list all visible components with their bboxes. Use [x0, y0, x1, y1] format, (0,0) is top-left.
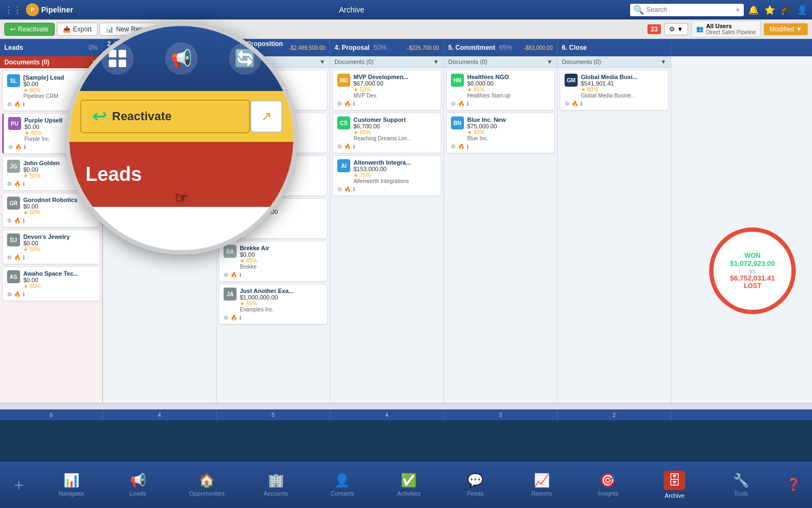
- col4-docs-label: Documents (0): [335, 58, 374, 65]
- contacts-icon: 👤: [334, 473, 350, 488]
- col3-amount: -$2,499,500.00: [289, 45, 325, 51]
- card-name: MVP Developmen...: [353, 74, 408, 80]
- leads-col-name: Leads: [4, 44, 23, 51]
- col5-cards: HN Healthies NGO $8,000.00 ★ 85% Healthi…: [444, 68, 557, 155]
- insights-icon: 🎯: [600, 473, 616, 488]
- card-company: Healthies Start-up: [467, 93, 510, 99]
- magnify-reactivate-area[interactable]: ↩ Reactivate ↗: [69, 91, 293, 142]
- card-mvp[interactable]: MD MVP Developmen... $67,000.00 ★ 50% MV…: [332, 70, 441, 110]
- card-amount: $153,000.00: [353, 166, 411, 172]
- card-customer-support[interactable]: CS Customer Support $6,700.00 ★ 65% Reac…: [332, 113, 441, 153]
- card-amount: $1,000,000.00: [240, 294, 293, 301]
- won-amount: $1,072,923.00: [730, 259, 775, 268]
- export-icon: 📤: [63, 25, 71, 33]
- card-amount: $75,000.00: [467, 123, 506, 129]
- col3-docs-chevron[interactable]: ▼: [319, 58, 325, 65]
- help-button[interactable]: ❓: [786, 478, 801, 492]
- card-amount: $0.00: [23, 81, 64, 87]
- col-header-4: 4. Proposal 50% -$226,700.00: [330, 39, 444, 56]
- col6-docs-label: Documents (0): [562, 58, 601, 65]
- action-bar-right: 23 ⚙ ▼ 👥 All Users Direct Sales Pipeline…: [647, 21, 808, 37]
- reports-icon: 📈: [534, 473, 550, 488]
- filter-icon: ⚙: [669, 25, 675, 33]
- nav-item-tools[interactable]: 🔧 Tools: [719, 468, 763, 501]
- export-label: Export: [73, 25, 92, 33]
- col6-docs-chevron[interactable]: ▼: [660, 58, 666, 65]
- magnify-overlay: 📢 🔄 ↩ Reactivate ↗ Leads ☞: [65, 22, 298, 255]
- card-just-another[interactable]: JA Just Another Exa... $1,000,000.00 ★ 5…: [219, 284, 328, 324]
- lead-card-awaho[interactable]: AS Awaho Space Tec... $0.00 ★ 50% ⚙🔥ℹ: [2, 266, 100, 301]
- nav-item-activities[interactable]: ✅ Activities: [387, 468, 430, 501]
- nav-item-archive[interactable]: 🗄 Archive: [653, 466, 696, 503]
- h-scroll-bar[interactable]: [0, 403, 812, 409]
- card-name: Altenwerth Integra...: [353, 159, 411, 166]
- card-company: Altenwerth Integrations: [353, 178, 411, 184]
- user-filter[interactable]: 👥 All Users Direct Sales Pipeline: [691, 21, 761, 37]
- card-healthies[interactable]: HN Healthies NGO $8,000.00 ★ 85% Healthi…: [446, 70, 555, 110]
- modified-button[interactable]: Modified ▼: [764, 23, 808, 35]
- card-name: Customer Support: [353, 116, 411, 123]
- grid-menu-icon[interactable]: ⋮⋮: [4, 5, 22, 15]
- card-brekke-air-col3[interactable]: BA Brekke Air $0.00 ★ 85% Brekke ⚙🔥ℹ: [219, 241, 328, 282]
- nav-label-navigator: Navigator: [59, 490, 84, 497]
- col6-docs-bar: Documents (0) ▼: [558, 56, 671, 68]
- user-icon[interactable]: 👤: [797, 5, 808, 15]
- nav-label-insights: Insights: [598, 490, 618, 497]
- search-icon: 🔍: [633, 5, 644, 15]
- notification-icon[interactable]: 🔔: [748, 5, 759, 15]
- card-altenwerth[interactable]: AI Altenwerth Integra... $153,000.00 ★ 7…: [332, 155, 441, 196]
- magnify-reactivate-label: Reactivate: [112, 109, 172, 123]
- col5-docs-chevron[interactable]: ▼: [547, 58, 553, 65]
- col5-docs-bar: Documents (0) ▼: [444, 56, 557, 68]
- card-company: Pipeliner CRM: [23, 93, 64, 99]
- logo-text: Pipeliner: [41, 5, 73, 14]
- nav-label-contacts: Contacts: [331, 490, 354, 497]
- card-blue-inc[interactable]: BN Blue Inc. New $75,000.00 ★ 40% Blue I…: [446, 113, 555, 153]
- nav-item-feeds[interactable]: 💬 Feeds: [454, 468, 497, 501]
- count-cell-2: 4: [103, 409, 217, 420]
- card-name: Awaho Space Tec...: [23, 270, 78, 277]
- search-bar[interactable]: 🔍 ▼: [630, 4, 744, 16]
- card-stars: ★ 80%: [24, 130, 62, 136]
- card-name: Blue Inc. New: [467, 116, 506, 123]
- app-logo: P Pipeliner: [26, 3, 73, 16]
- nav-item-accounts[interactable]: 🏢 Accounts: [254, 468, 298, 501]
- leads-col-pct: 0%: [89, 44, 98, 51]
- filter-button[interactable]: ⚙ ▼: [664, 23, 688, 35]
- card-stars: ★ 50%: [353, 87, 408, 93]
- nav-label-activities: Activities: [397, 490, 421, 497]
- col4-docs-chevron[interactable]: ▼: [433, 58, 439, 65]
- col-header-5: 5. Commitment 65% -$83,000.00: [444, 39, 558, 56]
- lead-card-devon[interactable]: DJ Devon's Jewelry $0.00 ★ 50% ⚙🔥ℹ: [2, 230, 100, 264]
- card-amount: $0.00: [23, 203, 77, 210]
- export-button[interactable]: 📤 Export: [57, 23, 98, 36]
- search-input[interactable]: [646, 6, 733, 14]
- col4-docs-bar: Documents (0) ▼: [330, 56, 443, 68]
- hat-icon[interactable]: 🎓: [781, 5, 791, 15]
- card-stars: ★ 50%: [23, 173, 60, 179]
- magnify-reactivate-button[interactable]: ↩ Reactivate: [80, 100, 250, 133]
- nav-item-contacts[interactable]: 👤 Contacts: [320, 468, 364, 501]
- card-company: Purple Inc.: [24, 136, 62, 142]
- search-dropdown-icon[interactable]: ▼: [735, 7, 741, 13]
- reactivate-button[interactable]: ↩ Reactivate: [4, 23, 55, 36]
- nav-item-opportunities[interactable]: 🏠 Opportunities: [183, 468, 231, 501]
- lost-label: LOST: [744, 282, 761, 290]
- lost-amount: $6,752,031.41: [730, 274, 775, 282]
- card-company: Examples Inc.: [240, 307, 293, 312]
- card-stars: ★ 55%: [240, 301, 293, 307]
- nav-item-insights[interactable]: 🎯 Insights: [586, 468, 630, 501]
- nav-item-navigator[interactable]: 📊 Navigator: [50, 468, 93, 501]
- nav-item-leads[interactable]: 📢 Leads: [116, 468, 160, 501]
- count-bar: 6 4 5 4 3 2: [0, 409, 812, 420]
- star-icon[interactable]: ⭐: [764, 5, 775, 15]
- card-company: MVP Dev.: [353, 93, 408, 99]
- add-button[interactable]: ＋: [11, 474, 27, 495]
- card-amount: $0.00: [23, 277, 78, 283]
- logo-icon: P: [26, 3, 39, 16]
- nav-item-reports[interactable]: 📈 Reports: [520, 468, 564, 501]
- card-global-media[interactable]: GM Global Media Busi... $541,901.41 ★ 80…: [560, 70, 669, 110]
- card-stars: ★ 50%: [23, 210, 77, 216]
- magnify-megaphone-icon: 📢: [165, 42, 198, 75]
- magnify-export-button[interactable]: ↗: [250, 100, 283, 133]
